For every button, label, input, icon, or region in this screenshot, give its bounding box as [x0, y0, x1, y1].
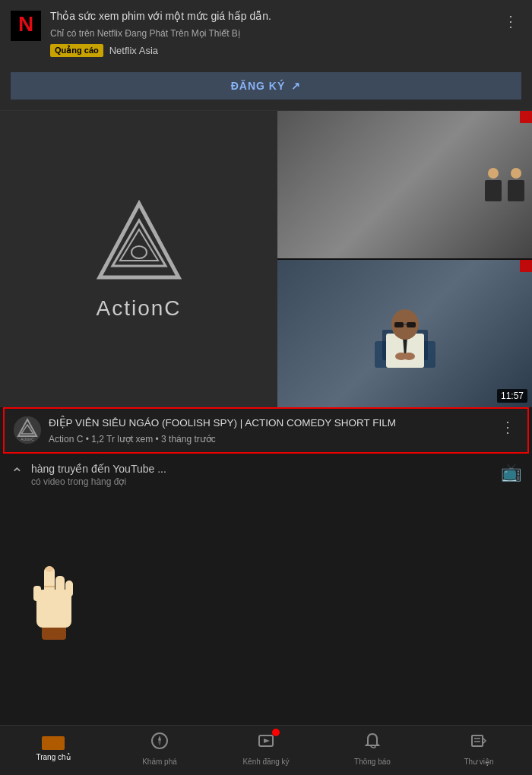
channel-avatar-icon: ActionC [14, 416, 41, 444]
nav-item-notifications[interactable]: Thông báo [342, 732, 403, 766]
queue-section: ⌃ hàng truyền đến YouTube ... có video t… [0, 454, 532, 496]
explore-icon [150, 732, 169, 754]
home-icon [42, 736, 65, 750]
signup-label: ĐĂNG KÝ [231, 80, 286, 92]
nav-label-subscriptions: Kênh đăng ký [242, 758, 289, 766]
hand-cursor-overlay [23, 559, 91, 646]
ad-subtitle: Chỉ có trên Netflix Đang Phát Trên Mọi T… [50, 27, 491, 40]
svg-rect-22 [55, 576, 65, 596]
svg-rect-10 [394, 322, 404, 327]
person-scene-top [277, 111, 532, 258]
ad-title: Thỏa sức xem phim với một mức giá hấp dẫ… [50, 9, 491, 24]
svg-rect-24 [33, 586, 41, 601]
svg-rect-19 [42, 620, 66, 640]
thumbnail-right-top [277, 111, 532, 258]
nav-item-library[interactable]: Thư viện [448, 732, 509, 766]
svg-text:ActionC: ActionC [21, 437, 34, 441]
nav-label-home: Trang chủ [36, 753, 70, 761]
corner-indicator [520, 111, 532, 123]
svg-rect-20 [36, 590, 71, 628]
person-scene-bottom [277, 260, 532, 407]
person-body-1 [485, 180, 502, 201]
queue-text: hàng truyền đến YouTube ... có video tro… [31, 463, 493, 487]
nav-item-explore[interactable]: Khám phá [129, 732, 190, 766]
ad-tag-badge: Quảng cáo [50, 44, 103, 57]
ad-text-block: Thỏa sức xem phim với một mức giá hấp dẫ… [50, 9, 491, 65]
video-thumbnail[interactable]: ActionC [0, 111, 532, 407]
bell-svg [363, 732, 382, 750]
svg-marker-31 [264, 739, 270, 743]
person-head-1 [488, 168, 499, 179]
notifications-icon [363, 732, 382, 754]
video-sub-meta: Action C • 1,2 Tr lượt xem • 3 tháng trư… [49, 434, 489, 444]
video-meta: ĐIỆP VIÊN SIÊU NGÁO (FOOLISH SPY) | ACTI… [49, 416, 489, 444]
duration-badge: 11:57 [497, 389, 527, 403]
actionc-channel-name: ActionC [96, 296, 181, 321]
thumbnail-right: 11:57 [277, 111, 532, 407]
nav-item-subscriptions[interactable]: Kênh đăng ký [236, 732, 296, 766]
svg-marker-29 [158, 740, 161, 746]
video-more-button[interactable]: ⋮ [497, 416, 518, 438]
signup-btn-row: ĐĂNG KÝ ↗ [11, 72, 521, 100]
cast-icon[interactable]: 📺 [501, 463, 521, 482]
ad-more-button[interactable]: ⋮ [500, 9, 521, 33]
person-2 [508, 168, 524, 201]
ad-source: Netflix Asia [109, 45, 158, 56]
person-1 [485, 168, 502, 201]
home-icon-rect [42, 736, 65, 750]
svg-rect-21 [44, 567, 55, 596]
queue-title: hàng truyền đến YouTube ... [31, 463, 493, 475]
hand-cursor-svg [23, 559, 91, 643]
svg-point-14 [403, 353, 415, 360]
sitting-person-svg [359, 296, 451, 372]
thumbnail-right-bottom: 11:57 [277, 260, 532, 407]
netflix-logo-icon: N [11, 11, 41, 41]
corner-indicator-2 [520, 260, 532, 272]
nav-label-notifications: Thông báo [354, 758, 391, 766]
video-title: ĐIỆP VIÊN SIÊU NGÁO (FOOLISH SPY) | ACTI… [49, 416, 489, 431]
ad-tag-row: Quảng cáo Netflix Asia [50, 44, 491, 57]
ad-header: N Thỏa sức xem phim với một mức giá hấp … [11, 9, 521, 65]
thumbnail-left: ActionC [0, 111, 277, 407]
svg-rect-11 [407, 322, 416, 327]
nav-item-home[interactable]: Trang chủ [23, 736, 84, 761]
actionc-triangle-icon [93, 198, 185, 289]
video-info-row[interactable]: ActionC ĐIỆP VIÊN SIÊU NGÁO (FOOLISH SPY… [3, 407, 529, 454]
chevron-up-icon[interactable]: ⌃ [11, 464, 24, 482]
external-link-icon: ↗ [291, 80, 301, 92]
svg-point-4 [131, 246, 147, 258]
person-body-2 [508, 180, 524, 201]
nav-label-library: Thư viện [464, 758, 493, 766]
queue-subtitle: có video trong hàng đợi [31, 476, 493, 487]
svg-text:N: N [18, 12, 33, 36]
svg-marker-33 [483, 738, 486, 744]
subscription-badge [272, 729, 280, 736]
signup-button[interactable]: ĐĂNG KÝ ↗ [11, 72, 521, 100]
svg-rect-23 [65, 580, 73, 597]
library-svg [470, 732, 488, 750]
channel-avatar: ActionC [14, 416, 41, 444]
svg-rect-32 [472, 735, 483, 746]
person-head-2 [511, 168, 521, 179]
library-icon [470, 732, 488, 754]
actionc-logo: ActionC [93, 198, 185, 321]
bottom-nav: Trang chủ Khám phá Kênh đăng ký [0, 725, 532, 775]
nav-label-explore: Khám phá [142, 758, 177, 766]
compass-svg [150, 732, 169, 750]
svg-point-26 [46, 566, 53, 572]
ad-section: N Thỏa sức xem phim với một mức giá hấp … [0, 0, 532, 111]
subscriptions-icon [257, 732, 275, 754]
